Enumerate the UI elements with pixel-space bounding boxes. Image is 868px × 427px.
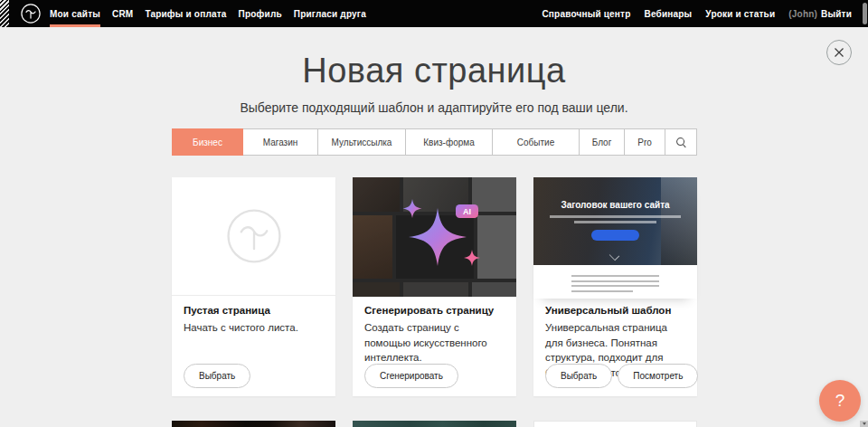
background-pattern	[0, 0, 9, 27]
ai-badge-label: AI	[463, 207, 471, 216]
card-title: Универсальный шаблон	[545, 305, 671, 316]
search-icon	[675, 137, 687, 148]
scrollbar-thumb[interactable]	[863, 3, 867, 24]
tilda-logo-watermark-icon	[226, 208, 282, 264]
tab-pro[interactable]: Pro	[625, 129, 665, 155]
tab-event[interactable]: Событие	[493, 129, 580, 155]
blank-page-preview	[172, 177, 335, 296]
scrollbar-down-arrow[interactable]	[860, 421, 868, 427]
nav-my-sites[interactable]: Мои сайты	[50, 0, 100, 27]
new-page-modal-screen: Мои сайты CRM Тарифы и оплата Профиль Пр…	[0, 0, 868, 427]
help-button[interactable]: ?	[819, 380, 861, 422]
tab-business[interactable]: Бизнес	[172, 128, 243, 156]
chevron-down-icon	[609, 251, 619, 261]
select-blank-button[interactable]: Выбрать	[184, 364, 250, 388]
page-subtitle: Выберите подходящий шаблон и адаптируйте…	[0, 100, 868, 115]
nav-tariffs[interactable]: Тарифы и оплата	[145, 0, 226, 27]
nav-help-center[interactable]: Справочный центр	[542, 0, 630, 27]
ai-preview-collage: AI	[353, 177, 516, 297]
template-text-block	[571, 275, 659, 295]
template-card-partial-3[interactable]	[533, 421, 697, 427]
ai-sparkle-icon: AI	[400, 197, 490, 280]
secondary-menu: Справочный центр Вебинары Уроки и статьи…	[542, 0, 852, 27]
template-cover-photo: Заголовок вашего сайта	[533, 177, 697, 265]
logout-link[interactable]: Выйти	[821, 9, 852, 19]
user-name: (John)	[788, 9, 817, 19]
card-description: Начать с чистого листа.	[184, 320, 323, 336]
ai-badge: AI	[456, 204, 478, 218]
top-navigation-bar: Мои сайты CRM Тарифы и оплата Профиль Пр…	[0, 0, 868, 27]
template-category-tabs: Бизнес Магазин Мультиссылка Квиз-форма С…	[172, 128, 697, 156]
select-template-button[interactable]: Выбрать	[545, 364, 612, 388]
tab-blog[interactable]: Блог	[580, 129, 625, 155]
template-card-partial-1[interactable]	[172, 421, 335, 427]
tab-search[interactable]	[665, 129, 696, 155]
nav-crm[interactable]: CRM	[112, 0, 133, 27]
card-title: Пустая страница	[184, 305, 270, 316]
tilda-logo-icon[interactable]	[21, 4, 41, 24]
nav-invite-friend[interactable]: Пригласи друга	[294, 0, 366, 27]
template-card-ai-generate[interactable]: AI Сгенерировать страницу Создать страни…	[353, 177, 516, 396]
nav-lessons[interactable]: Уроки и статьи	[705, 0, 775, 27]
view-template-button[interactable]: Посмотреть	[618, 364, 698, 388]
help-icon: ?	[835, 391, 845, 411]
card-title: Сгенерировать страницу	[364, 305, 494, 316]
template-card-blank[interactable]: Пустая страница Начать с чистого листа. …	[172, 177, 335, 396]
page-title: Новая страница	[0, 52, 868, 90]
generate-button[interactable]: Сгенерировать	[364, 364, 458, 388]
main-menu: Мои сайты CRM Тарифы и оплата Профиль Пр…	[50, 0, 366, 27]
template-cta-button	[591, 230, 639, 241]
nav-webinars[interactable]: Вебинары	[645, 0, 693, 27]
tab-multilink[interactable]: Мультиссылка	[318, 129, 406, 155]
template-heading: Заголовок вашего сайта	[533, 200, 697, 210]
nav-profile[interactable]: Профиль	[239, 0, 282, 27]
template-card-partial-2[interactable]	[353, 421, 516, 427]
template-preview: Заголовок вашего сайта	[533, 177, 697, 299]
tab-quiz-form[interactable]: Квиз-форма	[406, 129, 493, 155]
template-card-universal[interactable]: Заголовок вашего сайта Универсальный шаб…	[533, 177, 697, 396]
tab-shop[interactable]: Магазин	[243, 129, 318, 155]
card-description: Создать страницу с помощью искусственног…	[364, 320, 504, 365]
user-logout[interactable]: (John) Выйти	[788, 0, 852, 27]
